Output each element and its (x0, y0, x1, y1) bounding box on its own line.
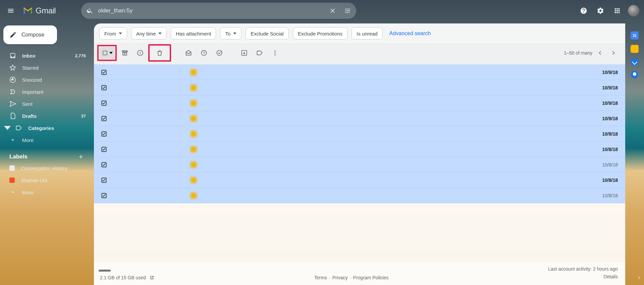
add-label-button[interactable] (78, 154, 84, 160)
email-row[interactable]: 10/8/18 (94, 172, 625, 188)
more-actions-button[interactable] (268, 46, 282, 60)
search-icon (87, 7, 93, 14)
settings-button[interactable] (592, 3, 608, 19)
main-menu-button[interactable] (3, 3, 19, 19)
row-checkbox[interactable] (98, 69, 110, 76)
label-icon (256, 50, 263, 56)
search-input[interactable] (97, 7, 325, 14)
storage-manage-link[interactable] (149, 275, 155, 280)
pencil-icon (9, 31, 17, 39)
sidebar-item-more[interactable]: More (0, 134, 91, 146)
compose-button[interactable]: Compose (3, 25, 57, 44)
filter-chip-to[interactable]: To (220, 27, 241, 40)
gear-icon (597, 7, 604, 14)
filter-chip-row: FromAny timeHas attachmentToExclude Soci… (94, 23, 625, 43)
sidebar-item-starred[interactable]: Starred (0, 62, 91, 74)
star-icon (9, 64, 16, 71)
add-task-icon (216, 50, 223, 56)
select-all-checkbox[interactable] (99, 47, 115, 59)
email-row[interactable]: 10/9/18 (94, 111, 625, 126)
filter-chip-exclude-promotions[interactable]: Exclude Promotions (293, 27, 347, 40)
email-row[interactable]: 10/9/18 (94, 126, 625, 142)
pager-older-button[interactable] (608, 46, 619, 60)
email-row[interactable]: 10/8/18 (94, 188, 625, 203)
activity-details-link[interactable]: Details (603, 274, 618, 279)
row-checkbox[interactable] (98, 100, 110, 106)
google-apps-button[interactable] (609, 3, 625, 19)
send-icon (9, 100, 16, 107)
app-header: Gmail (0, 0, 644, 21)
row-checkbox[interactable] (98, 192, 110, 199)
move-to-button[interactable] (237, 46, 252, 60)
mail-open-icon (185, 50, 192, 56)
row-date: 10/8/18 (588, 147, 618, 152)
trash-icon (156, 50, 163, 56)
clock-icon (201, 50, 207, 56)
row-checkbox[interactable] (98, 177, 110, 184)
horizontal-scrollbar[interactable] (99, 270, 111, 272)
email-row[interactable]: 10/9/18 (94, 80, 625, 95)
pager-newer-button[interactable] (594, 46, 606, 60)
email-row[interactable]: 10/9/18 (94, 95, 625, 111)
calendar-app-button[interactable] (631, 31, 639, 40)
sidebar: Compose Inbox2,776StarredSnoozedImportan… (0, 21, 94, 285)
footer-link-privacy[interactable]: Privacy (332, 275, 348, 280)
footer-link-terms[interactable]: Terms (314, 275, 327, 280)
sidebar-item-sent[interactable]: Sent (0, 98, 91, 110)
row-checkbox[interactable] (98, 84, 110, 91)
sidebar-item-important[interactable]: Important (0, 86, 91, 98)
row-marker (189, 177, 199, 183)
app-name: Gmail (36, 6, 56, 15)
label-color-dot (9, 177, 15, 183)
advanced-search-link[interactable]: Advanced search (389, 30, 431, 37)
filter-chip-any-time[interactable]: Any time (131, 27, 167, 40)
sidebar-labels-more[interactable]: More (0, 186, 91, 198)
keep-app-button[interactable] (631, 45, 639, 53)
side-panel-toggle[interactable]: › (638, 274, 640, 281)
email-row[interactable]: 10/9/18 (94, 65, 625, 80)
mark-as-read-button[interactable] (181, 46, 196, 60)
row-checkbox[interactable] (98, 131, 110, 137)
support-button[interactable] (576, 3, 592, 19)
chevron-right-icon (610, 50, 617, 56)
footer-links: Terms · Privacy · Program Policies (314, 275, 389, 280)
add-to-tasks-button[interactable] (212, 46, 227, 60)
filter-chip-from[interactable]: From (99, 27, 127, 40)
account-avatar[interactable] (628, 5, 639, 16)
sidebar-label-shahrie-uni[interactable]: Shahrie Uni (0, 174, 91, 186)
snooze-button[interactable] (197, 46, 211, 60)
search-options-button[interactable] (340, 3, 355, 18)
filter-chip-is-unread[interactable]: Is unread (352, 27, 383, 40)
report-spam-button[interactable] (133, 46, 148, 60)
delete-button[interactable] (153, 46, 166, 60)
gmail-logo[interactable]: Gmail (21, 6, 69, 15)
important-icon (9, 88, 16, 95)
row-checkbox[interactable] (98, 161, 110, 168)
search-icon-btn[interactable] (83, 3, 97, 18)
footer-link-policies[interactable]: Program Policies (353, 275, 389, 280)
caret-down-icon (158, 32, 162, 35)
labels-button[interactable] (252, 46, 267, 60)
row-checkbox[interactable] (98, 146, 110, 153)
filter-chip-exclude-social[interactable]: Exclude Social (246, 27, 288, 40)
search-clear-button[interactable] (325, 3, 340, 18)
label-color-dot (9, 165, 15, 171)
menu-icon (7, 7, 14, 14)
email-row[interactable]: 10/8/18 (94, 157, 625, 172)
sidebar-item-inbox[interactable]: Inbox2,776 (0, 50, 91, 62)
tasks-app-button[interactable] (631, 58, 638, 66)
sidebar-item-categories[interactable]: Categories (0, 122, 91, 134)
sidebar-item-drafts[interactable]: Drafts37 (0, 110, 91, 122)
caret-down-icon (119, 32, 122, 35)
clock-icon (9, 76, 16, 83)
filter-chip-has-attachment[interactable]: Has attachment (171, 27, 216, 40)
contacts-app-button[interactable] (631, 71, 638, 78)
sidebar-item-snoozed[interactable]: Snoozed (0, 74, 91, 86)
row-checkbox[interactable] (98, 115, 110, 122)
email-row[interactable]: 10/8/18 (94, 142, 625, 157)
row-marker (189, 116, 199, 122)
archive-button[interactable] (117, 46, 132, 60)
sidebar-label-conversation-history[interactable]: Conversation History (0, 162, 91, 174)
gmail-icon (23, 7, 33, 15)
row-marker (189, 100, 199, 106)
